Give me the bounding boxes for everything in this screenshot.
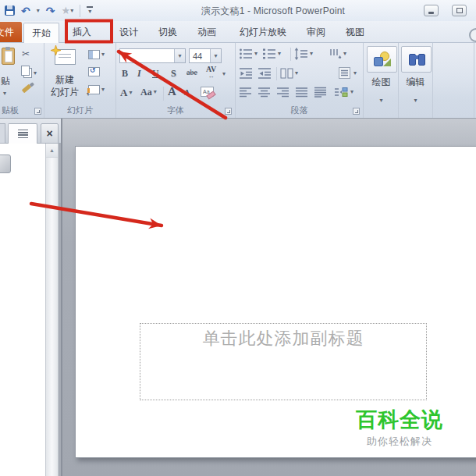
slide-layout-button[interactable]: ▾ bbox=[88, 50, 105, 59]
chevron-down-icon: ▾ bbox=[350, 89, 353, 95]
paste-label: 贴 bbox=[1, 75, 10, 88]
decrease-indent-icon bbox=[239, 67, 253, 80]
tab-file[interactable]: 文件 bbox=[0, 22, 22, 42]
tab-review[interactable]: 审阅 bbox=[298, 23, 334, 42]
shapes-icon bbox=[374, 52, 391, 67]
ribbon-empty-area bbox=[433, 43, 474, 118]
font-group: ▾ 44 ▾ B I U S abe AV ↔ ▾ A ▾ Aa ▾ bbox=[116, 43, 236, 118]
clear-formatting-button[interactable]: Aa bbox=[201, 87, 214, 97]
chevron-down-icon: ▾ bbox=[34, 70, 37, 76]
align-text-button[interactable]: ▾ bbox=[338, 66, 357, 80]
font-name-combobox[interactable]: ▾ bbox=[119, 48, 186, 63]
pane-scrollbar[interactable]: ▲ bbox=[45, 144, 59, 476]
sparkle-icon bbox=[51, 45, 61, 55]
slide[interactable]: 单击此处添加副标题 百科全说 助你轻松解决 bbox=[75, 146, 476, 458]
tab-animations[interactable]: 动画 bbox=[189, 23, 225, 42]
font-color-button[interactable]: A ▾ bbox=[120, 87, 132, 98]
chevron-down-icon: ▾ bbox=[254, 51, 258, 57]
text-shadow-button[interactable]: S bbox=[171, 69, 176, 78]
title-bar: ↶ ▾ ↷ ★▾ ▾ 演示文稿1 - Microsoft PowerPoint bbox=[0, 0, 476, 21]
tab-home[interactable]: 开始 bbox=[23, 23, 59, 43]
italic-button[interactable]: I bbox=[137, 69, 141, 78]
section-button[interactable]: ▾ bbox=[88, 85, 105, 94]
reset-icon: ↺ bbox=[88, 67, 100, 76]
new-slide-icon bbox=[55, 49, 76, 65]
paragraph-group-label: 段落 bbox=[236, 105, 363, 116]
bold-button[interactable]: B bbox=[122, 69, 128, 78]
decrease-indent-button[interactable] bbox=[239, 67, 253, 80]
chevron-down-icon: ▾ bbox=[101, 87, 105, 93]
grow-font-button[interactable]: A bbox=[168, 86, 176, 98]
drawing-group-button[interactable]: 绘图 ▾ bbox=[364, 43, 399, 118]
watermark-tagline: 助你轻松解决 bbox=[349, 435, 450, 449]
text-direction-icon bbox=[328, 48, 342, 60]
tab-slide-show[interactable]: 幻灯片放映 bbox=[228, 23, 298, 42]
chevron-down-icon: ▾ bbox=[3, 91, 6, 97]
subtitle-placeholder[interactable]: 单击此处添加副标题 bbox=[140, 323, 427, 400]
underline-button[interactable]: U bbox=[152, 69, 159, 78]
change-case-button[interactable]: Aa ▾ bbox=[140, 87, 157, 97]
bullets-icon bbox=[239, 48, 253, 60]
minimize-button[interactable] bbox=[424, 5, 439, 16]
chevron-down-icon: ▾ bbox=[343, 51, 346, 57]
restore-button[interactable] bbox=[452, 5, 467, 16]
editing-icon-box bbox=[401, 46, 432, 73]
format-painter-button[interactable] bbox=[22, 87, 31, 91]
chevron-down-icon: ▾ bbox=[154, 89, 157, 95]
increase-indent-button[interactable] bbox=[258, 67, 272, 80]
align-left-button[interactable] bbox=[239, 86, 252, 98]
font-dialog-launcher[interactable] bbox=[225, 108, 232, 115]
brush-icon bbox=[22, 84, 31, 94]
align-center-button[interactable] bbox=[258, 86, 271, 98]
text-direction-button[interactable]: ▾ bbox=[328, 48, 346, 60]
chevron-down-icon: ▾ bbox=[101, 52, 105, 58]
chevron-down-icon: ▾ bbox=[353, 70, 357, 76]
chevron-down-icon: ▾ bbox=[222, 71, 226, 77]
distribute-button[interactable] bbox=[314, 86, 327, 98]
bullets-button[interactable]: ▾ bbox=[239, 48, 258, 60]
scroll-up-button[interactable]: ▲ bbox=[46, 144, 58, 158]
outline-tab[interactable] bbox=[8, 123, 37, 144]
columns-button[interactable]: ▾ bbox=[280, 67, 298, 80]
restore-icon bbox=[456, 8, 463, 13]
scissors-icon: ✂ bbox=[22, 48, 30, 59]
strikethrough-button[interactable]: abe bbox=[186, 69, 197, 76]
new-slide-label-line1: 新建 bbox=[44, 74, 85, 86]
cut-button[interactable]: ✂ bbox=[22, 48, 30, 59]
chevron-down-icon: ▾ bbox=[278, 51, 281, 57]
font-name-value bbox=[120, 49, 174, 62]
justify-icon bbox=[295, 86, 308, 98]
editing-group-button[interactable]: 编辑 ▾ bbox=[399, 43, 433, 118]
chevron-down-icon: ▾ bbox=[379, 97, 382, 104]
distribute-icon bbox=[314, 86, 327, 98]
slide-thumbnail-partial[interactable] bbox=[0, 155, 11, 173]
tab-insert[interactable]: 插入 bbox=[64, 23, 100, 42]
numbering-button[interactable]: ▾ bbox=[262, 48, 281, 60]
paragraph-dialog-launcher[interactable] bbox=[353, 108, 360, 115]
slides-pane bbox=[0, 144, 45, 476]
paste-button[interactable] bbox=[2, 48, 15, 65]
tab-transitions[interactable]: 切换 bbox=[150, 23, 186, 42]
paste-clipboard-icon bbox=[2, 48, 15, 65]
line-spacing-button[interactable]: ▾ bbox=[294, 48, 313, 60]
shrink-font-button[interactable]: A bbox=[184, 89, 190, 97]
font-size-combobox[interactable]: 44 ▾ bbox=[189, 48, 222, 63]
numbering-icon bbox=[262, 48, 276, 60]
window-title: 演示文稿1 - Microsoft PowerPoint bbox=[0, 5, 476, 18]
character-spacing-button[interactable]: AV ↔ bbox=[206, 66, 216, 80]
justify-button[interactable] bbox=[295, 86, 308, 98]
tab-design[interactable]: 设计 bbox=[111, 23, 147, 42]
smartart-convert-button[interactable]: ▾ bbox=[334, 86, 353, 98]
align-right-button[interactable] bbox=[276, 86, 290, 98]
copy-icon bbox=[23, 68, 32, 78]
chevron-down-icon: ▾ bbox=[295, 70, 298, 76]
slides-tab-partial[interactable] bbox=[0, 123, 5, 144]
ribbon-tab-row: 文件 开始 插入 设计 切换 动画 幻灯片放映 审阅 视图 bbox=[0, 21, 476, 43]
copy-button[interactable]: ▾ bbox=[23, 68, 37, 78]
tab-view[interactable]: 视图 bbox=[337, 23, 373, 42]
clipboard-dialog-launcher[interactable] bbox=[34, 108, 41, 115]
reset-slide-button[interactable]: ↺ bbox=[88, 67, 100, 76]
section-icon bbox=[88, 85, 100, 94]
pane-close-button[interactable]: × bbox=[41, 123, 59, 144]
paragraph-group: ▾ ▾ ▾ ▾ bbox=[236, 43, 364, 118]
